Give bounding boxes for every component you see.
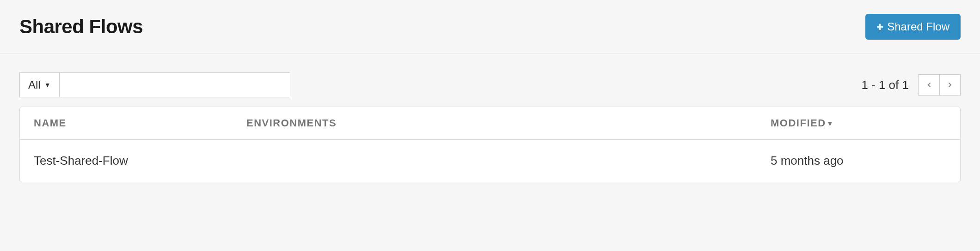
cell-name: Test-Shared-Flow [20,140,233,182]
column-header-modified[interactable]: MODIFIED▼ [757,107,960,140]
cell-environments [233,140,757,182]
filter-selected-label: All [28,78,41,91]
cell-modified: 5 months ago [757,140,960,182]
column-header-environments[interactable]: ENVIRONMENTS [233,107,757,140]
column-header-name[interactable]: NAME [20,107,233,140]
next-page-button[interactable] [939,74,961,96]
pagination-buttons [918,74,961,96]
plus-icon: + [876,21,883,33]
table-header-row: NAME ENVIRONMENTS MODIFIED▼ [20,107,960,140]
page-title: Shared Flows [19,16,143,38]
sort-desc-icon: ▼ [827,120,834,127]
table-row[interactable]: Test-Shared-Flow 5 months ago [20,140,960,182]
search-input[interactable] [59,72,290,97]
filter-dropdown[interactable]: All ▼ [19,72,59,97]
chevron-left-icon [925,81,933,89]
prev-page-button[interactable] [918,74,939,96]
shared-flows-table: NAME ENVIRONMENTS MODIFIED▼ Test-Shared-… [19,107,961,182]
column-header-modified-label: MODIFIED [771,117,826,129]
caret-down-icon: ▼ [44,81,51,89]
create-button-label: Shared Flow [887,20,949,33]
filter-group: All ▼ [19,72,290,97]
pagination-info: 1 - 1 of 1 [861,78,909,92]
chevron-right-icon [946,81,954,89]
create-shared-flow-button[interactable]: + Shared Flow [865,14,961,40]
